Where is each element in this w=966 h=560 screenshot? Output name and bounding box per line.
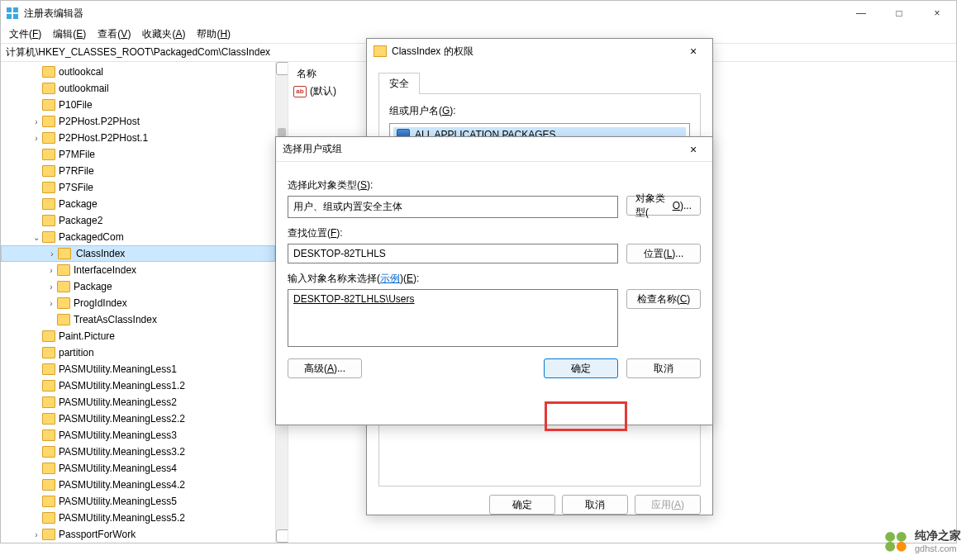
tree-item[interactable]: PASMUtility.MeaningLess2.2 (1, 411, 275, 427)
maximize-button[interactable]: □ (880, 1, 918, 26)
watermark-logo-icon (882, 527, 910, 555)
expand-icon[interactable]: › (46, 249, 58, 259)
tree-item[interactable]: PASMUtility.MeaningLess1 (1, 361, 275, 377)
tree-item-label: Paint.Picture (59, 330, 115, 342)
expand-icon[interactable]: › (31, 134, 42, 143)
folder-icon (42, 380, 55, 392)
tree-item-label: P2PHost.P2PHost.1 (59, 132, 148, 144)
location-label: 查找位置(F): (288, 226, 701, 240)
tree-item[interactable]: PASMUtility.MeaningLess5 (1, 493, 275, 510)
expand-icon[interactable]: › (31, 530, 42, 539)
menu-help[interactable]: 帮助(H) (192, 26, 236, 43)
expand-icon[interactable]: › (45, 266, 57, 275)
menu-edit[interactable]: 编辑(E) (48, 26, 91, 43)
folder-icon (42, 479, 55, 491)
object-type-field: 用户、组或内置安全主体 (288, 196, 618, 218)
tree-item-label: outlookcal (59, 66, 103, 78)
tree-item-label: PASMUtility.MeaningLess3.2 (59, 446, 185, 458)
tree-item-label: PASMUtility.MeaningLess5.2 (59, 512, 185, 524)
folder-icon (57, 314, 70, 325)
object-types-button[interactable]: 对象类型(O)... (626, 196, 701, 216)
value-name: (默认) (310, 84, 336, 98)
select-dialog-close-button[interactable]: × (681, 137, 706, 162)
ok-button[interactable]: 确定 (544, 358, 618, 378)
folder-icon (374, 45, 387, 57)
tree-item[interactable]: ›ProgIdIndex (1, 295, 275, 311)
examples-link[interactable]: 示例 (380, 273, 400, 284)
tree-item[interactable]: outlookmail (1, 80, 275, 97)
tree-item[interactable]: PASMUtility.MeaningLess4 (1, 460, 275, 477)
folder-icon (42, 215, 55, 226)
expand-icon[interactable]: › (45, 282, 57, 292)
app-icon (6, 7, 19, 20)
tree-item[interactable]: PASMUtility.MeaningLess4.2 (1, 477, 275, 493)
tree-item-label: P7RFile (59, 165, 94, 177)
tree-item[interactable]: outlookcal (1, 64, 275, 80)
advanced-button[interactable]: 高级(A)... (288, 358, 362, 378)
tree-item[interactable]: P7SFile (1, 179, 275, 196)
tree-item[interactable]: ⌄PackagedCom (1, 229, 275, 245)
watermark-url: gdhst.com (915, 543, 961, 553)
svg-rect-1 (13, 7, 18, 12)
tree-item-label: partition (59, 347, 94, 358)
tree-item-label: PackagedCom (59, 231, 124, 243)
folder-icon (42, 116, 55, 127)
tree-item[interactable]: TreatAsClassIndex (1, 311, 275, 328)
tree-item-label: P10File (59, 99, 93, 111)
folder-icon (58, 248, 71, 259)
folder-icon (57, 297, 70, 309)
tree-item[interactable]: PASMUtility.MeaningLess1.2 (1, 377, 275, 394)
tree-item[interactable]: ›PassportForWork (1, 526, 275, 543)
folder-icon (42, 429, 55, 441)
object-type-label: 选择此对象类型(S): (288, 178, 701, 192)
tree-item[interactable]: P10File (1, 97, 275, 113)
menu-view[interactable]: 查看(V) (93, 26, 136, 43)
close-button[interactable]: × (918, 1, 956, 26)
permissions-cancel-button[interactable]: 取消 (562, 495, 628, 515)
svg-rect-2 (7, 14, 12, 19)
scroll-up-button[interactable]: ▲ (276, 62, 288, 75)
string-value-icon: ab (293, 86, 307, 97)
tree-item[interactable]: partition (1, 344, 275, 361)
tree-item[interactable]: P7MFile (1, 146, 275, 163)
tree-item[interactable]: ›Package (1, 278, 275, 295)
tree-item[interactable]: PASMUtility.MeaningLess2 (1, 394, 275, 411)
tree-item[interactable]: PASMUtility.MeaningLess3 (1, 427, 275, 444)
cancel-button[interactable]: 取消 (626, 358, 701, 378)
tree-item-label: PASMUtility.MeaningLess5 (59, 496, 177, 507)
permissions-close-button[interactable]: × (681, 39, 706, 64)
svg-rect-3 (13, 14, 18, 19)
tree-item[interactable]: Package2 (1, 212, 275, 229)
tree-item-label: TreatAsClassIndex (74, 314, 157, 325)
folder-icon (42, 149, 55, 160)
group-users-label: 组或用户名(G): (389, 104, 690, 118)
tree-item[interactable]: ›P2PHost.P2PHost.1 (1, 130, 275, 146)
tab-security[interactable]: 安全 (378, 73, 420, 94)
tree-item[interactable]: P7RFile (1, 163, 275, 179)
tree-item[interactable]: PASMUtility.MeaningLess5.2 (1, 510, 275, 526)
tree-item[interactable]: Package (1, 196, 275, 212)
tree-item[interactable]: ›InterfaceIndex (1, 262, 275, 278)
tree-item-label: P7MFile (59, 149, 95, 160)
menu-favorites[interactable]: 收藏夹(A) (137, 26, 190, 43)
object-names-label: 输入对象名称来选择(示例)(E): (288, 272, 701, 286)
object-names-input[interactable]: DESKTOP-82TLHLS\Users (288, 289, 618, 347)
expand-icon[interactable]: › (45, 299, 57, 308)
check-names-button[interactable]: 检查名称(C) (626, 289, 701, 309)
tree-item-label: ProgIdIndex (74, 297, 127, 309)
tree-item[interactable]: ›P2PHost.P2PHost (1, 113, 275, 130)
locations-button[interactable]: 位置(L)... (626, 244, 701, 263)
expand-icon[interactable]: ⌄ (31, 233, 42, 242)
expand-icon[interactable]: › (31, 117, 42, 126)
tree-item[interactable]: Paint.Picture (1, 328, 275, 344)
minimize-button[interactable]: — (842, 1, 880, 26)
permissions-ok-button[interactable]: 确定 (489, 495, 555, 515)
col-name[interactable]: 名称 (297, 67, 316, 81)
menu-file[interactable]: 文件(F) (4, 26, 46, 43)
tree-item[interactable]: PASMUtility.MeaningLess3.2 (1, 444, 275, 460)
folder-icon (57, 264, 70, 276)
tree-item-label: P7SFile (59, 182, 93, 193)
scroll-down-button[interactable]: ▼ (276, 529, 288, 543)
folder-icon (42, 512, 55, 524)
tree-item[interactable]: ›ClassIndex (1, 245, 275, 262)
